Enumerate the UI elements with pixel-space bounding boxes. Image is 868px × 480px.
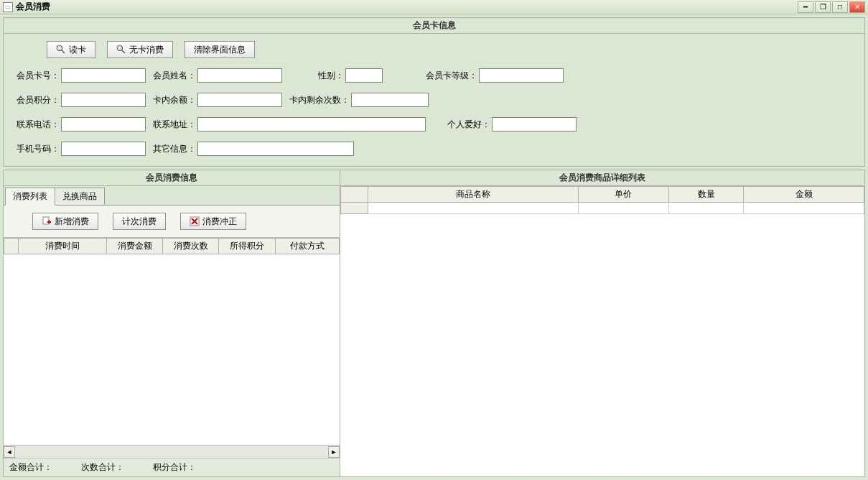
name-input[interactable] [197,68,282,83]
col-time[interactable]: 消费时间 [19,239,107,254]
points-label: 会员积分： [17,94,60,106]
consume-footer: 金额合计： 次数合计： 积分合计： [4,458,340,476]
window-title: 会员消费 [16,1,50,13]
name-label: 会员姓名： [153,70,196,82]
no-card-label: 无卡消费 [129,44,164,56]
restore-button[interactable]: ❐ [815,1,831,13]
new-consume-label: 新增消费 [55,216,89,228]
detail-grid[interactable]: 商品名称 单价 数量 金额 [340,186,864,214]
gender-input[interactable] [345,68,383,83]
col-price[interactable]: 单价 [578,187,668,203]
level-input[interactable] [479,68,564,83]
consume-info-title: 会员消费信息 [4,170,340,186]
other-input[interactable] [197,142,354,156]
col-amount[interactable]: 消费金额 [107,239,163,254]
titlebar: ▭ 会员消费 ━ ❐ □ ✕ [0,0,868,14]
consume-info-panel: 会员消费信息 消费列表 兑换商品 新增消费 计次消费 [3,170,340,477]
card-info-section: 会员卡信息 读卡 无卡消费 清除界面信息 会员卡号： [3,17,865,167]
read-card-label: 读卡 [69,44,86,56]
search-icon [56,45,66,55]
tab-consume-list[interactable]: 消费列表 [5,188,55,206]
col-points[interactable]: 所得积分 [219,239,275,254]
balance-input[interactable] [197,93,282,107]
maximize-button[interactable]: □ [832,1,848,13]
new-consume-button[interactable]: 新增消费 [32,213,98,230]
scroll-left-arrow[interactable]: ◄ [4,446,15,458]
svg-point-3 [118,46,123,51]
detail-grid-body [340,214,864,476]
read-card-button[interactable]: 读卡 [47,41,95,58]
reverse-button[interactable]: 消费冲正 [180,213,246,230]
col-count[interactable]: 消费次数 [163,239,219,254]
hobby-label: 个人爱好： [447,119,490,131]
col-detail-amount[interactable]: 金额 [744,187,864,203]
points-total-label: 积分合计： [153,461,196,474]
consume-grid[interactable]: 消费时间 消费金额 消费次数 所得积分 付款方式 [4,238,340,254]
contact-phone-input[interactable] [61,117,146,131]
svg-rect-6 [43,217,49,224]
count-consume-label: 计次消费 [122,216,157,228]
card-info-title: 会员卡信息 [4,18,864,34]
level-label: 会员卡等级： [426,70,477,82]
clear-button[interactable]: 清除界面信息 [185,41,255,58]
gender-label: 性别： [318,70,344,82]
detail-list-panel: 会员消费商品详细列表 商品名称 单价 数量 金额 [340,170,865,477]
contact-addr-input[interactable] [197,117,426,131]
amount-total-label: 金额合计： [9,461,52,474]
count-consume-button[interactable]: 计次消费 [113,213,166,230]
col-qty[interactable]: 数量 [668,187,744,203]
col-paymethod[interactable]: 付款方式 [275,239,339,254]
table-row[interactable] [341,203,864,214]
detail-list-title: 会员消费商品详细列表 [340,170,864,186]
points-input[interactable] [61,93,146,107]
balance-label: 卡内余额： [153,94,196,106]
card-no-input[interactable] [61,68,146,83]
svg-line-1 [62,50,65,53]
consume-tabs: 消费列表 兑换商品 [4,186,340,206]
scroll-right-arrow[interactable]: ► [328,446,340,458]
other-label: 其它信息： [153,143,196,155]
grid-corner [341,187,368,203]
mobile-input[interactable] [61,142,146,156]
no-card-button[interactable]: 无卡消费 [107,41,173,58]
card-info-toolbar: 读卡 无卡消费 清除界面信息 [4,34,864,65]
close-button[interactable]: ✕ [849,1,865,13]
consume-grid-body [4,254,340,445]
svg-point-0 [57,46,62,51]
mobile-label: 手机号码： [17,143,60,155]
col-product[interactable]: 商品名称 [368,187,578,203]
svg-line-4 [122,50,125,53]
app-icon: ▭ [3,2,13,12]
card-no-label: 会员卡号： [17,70,60,82]
tab-exchange[interactable]: 兑换商品 [55,188,105,206]
search-icon [116,45,126,55]
reverse-label: 消费冲正 [202,216,237,228]
minimize-button[interactable]: ━ [798,1,813,13]
contact-addr-label: 联系地址： [153,119,196,131]
hobby-input[interactable] [492,117,577,131]
remain-times-label: 卡内剩余次数： [289,94,350,106]
document-plus-icon [42,216,52,226]
h-scrollbar[interactable]: ◄ ► [4,445,340,458]
count-total-label: 次数合计： [81,461,124,474]
clear-label: 清除界面信息 [194,44,246,56]
contact-phone-label: 联系电话： [17,119,60,131]
cancel-icon [190,216,200,226]
grid-corner [4,239,19,254]
remain-times-input[interactable] [351,93,429,107]
